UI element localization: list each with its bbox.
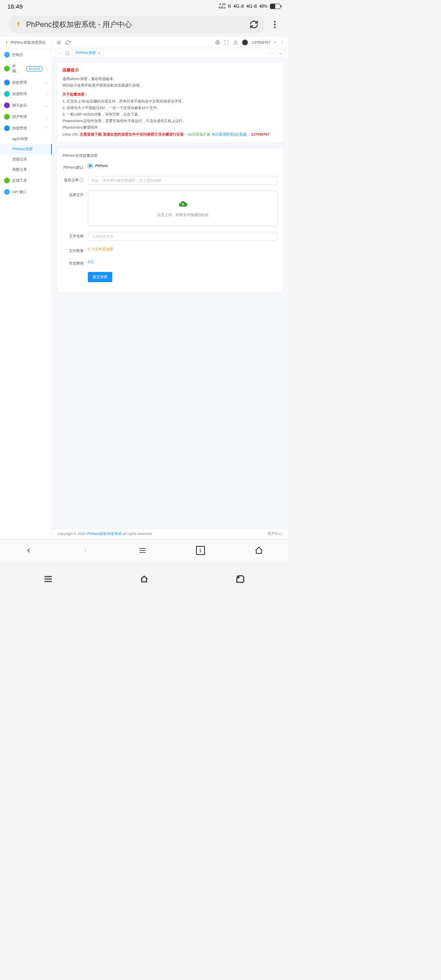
count-label: 文件数量 — [62, 247, 84, 254]
sidebar-subitem-6-3[interactable]: 美图分享 — [0, 165, 52, 175]
sidebar-item-label: 余额： — [12, 63, 22, 74]
cost-value: 0元 — [88, 260, 94, 264]
nav-icon — [4, 80, 10, 85]
radio-phpenc[interactable] — [88, 163, 93, 168]
sidebar: PhPenc授权加密系统 控制台余额：¥218.91⌄授权管理⌄资源管理⌄聊天娱… — [0, 37, 52, 539]
sidebar-logo[interactable]: PhPenc授权加密系统 — [0, 37, 52, 49]
avatar[interactable] — [242, 40, 248, 45]
chevron-up-icon: ⌃ — [45, 127, 48, 130]
sidebar-item-label: 资源管理 — [12, 91, 42, 97]
svg-rect-1 — [234, 42, 237, 44]
sidebar-subitem-6-2[interactable]: 加密记录 — [0, 154, 52, 165]
submit-button[interactable]: 提交加密 — [88, 272, 112, 282]
sidebar-item-label: API 接口 — [12, 189, 48, 195]
upload-dropzone[interactable]: 点击上传，或将文件拖拽到此处 — [88, 191, 278, 226]
info-icon[interactable]: ? — [80, 178, 84, 182]
signal-1: 4G ıll — [234, 4, 244, 9]
sidebar-item-8[interactable]: API 接口 — [0, 186, 52, 198]
username[interactable]: 137558767 — [252, 40, 270, 45]
nav-icon — [4, 52, 10, 58]
chevron-down-icon: ⌄ — [45, 81, 48, 85]
sidebar-item-5[interactable]: 用户管理⌄ — [0, 111, 52, 122]
collapse-icon[interactable] — [56, 40, 61, 45]
refresh-icon[interactable] — [65, 40, 70, 45]
file-label: 选择文件 — [62, 191, 84, 198]
sidebar-item-label: 用户管理 — [12, 114, 42, 120]
tab-next-button[interactable]: › — [268, 49, 276, 57]
sidebar-item-label: 加密管理 — [12, 126, 42, 131]
forward-icon[interactable] — [82, 547, 89, 554]
close-icon[interactable]: × — [98, 51, 100, 55]
globe-icon[interactable] — [215, 40, 220, 45]
copyright-label: 版权注释? — [62, 176, 84, 183]
filename-input[interactable] — [88, 232, 278, 241]
reload-icon[interactable] — [249, 20, 258, 29]
url-pill[interactable]: PhPenc授权加密系统 - 用户中心 — [8, 16, 265, 33]
footer: copyright © 2024 PhPenc授权加密系统 all rights… — [52, 528, 288, 539]
sidebar-item-6[interactable]: 加密管理⌃ — [0, 122, 52, 134]
sidebar-item-2[interactable]: 授权管理⌄ — [0, 77, 52, 88]
sidebar-item-label: 控制台 — [12, 52, 48, 58]
topbar: 137558767 ▾ ⋮ — [52, 37, 288, 48]
notice-line: Phantomenc解密组件 — [62, 124, 278, 131]
notice-line: Phantomenc是组件加密，需要安装组件才能运行，不适合虚拟主机上运行。 — [62, 118, 278, 124]
chevron-down-icon: ⌄ — [45, 92, 48, 96]
back-icon[interactable] — [25, 547, 32, 554]
upload-hint: 点击上传，或将文件拖拽到此处 — [157, 212, 209, 218]
notice-line: 选择phenc加密，兼容所选版本。 — [62, 76, 278, 82]
sidebar-subitem-6-0[interactable]: sg15加密 — [0, 134, 52, 144]
notice-linux: Linux OS: 无需直接下载 直接在您的加密文件中访问按照引导步骤进行安装 … — [62, 131, 278, 138]
tab-prev-button[interactable]: ‹ — [56, 49, 63, 57]
home-icon[interactable] — [139, 574, 149, 584]
recent-apps-icon[interactable] — [43, 574, 53, 584]
menu-icon[interactable] — [138, 546, 147, 555]
rocket-icon — [15, 21, 22, 28]
tab-label: PhPenc加密 — [76, 50, 96, 56]
panel-title: PhPenc在线批量加密 — [62, 153, 278, 158]
tab-phpenc[interactable]: PhPenc加密 × — [72, 49, 104, 57]
home-icon[interactable] — [254, 546, 263, 555]
sidebar-item-1[interactable]: 余额：¥218.91⌄ — [0, 60, 52, 77]
tab-home-button[interactable] — [64, 49, 71, 57]
copyright-input[interactable] — [88, 176, 278, 185]
nav-icon — [4, 91, 10, 97]
fullscreen-icon[interactable] — [224, 40, 229, 45]
roaming-indicator: R — [228, 4, 231, 9]
lock-icon[interactable] — [233, 40, 238, 45]
home-icon — [65, 51, 69, 55]
mode-label: PhPenc默认 — [62, 163, 84, 170]
notice-line: 2. 压缩包大小不能超过2M，一次一个压缩包最多10个文件。 — [62, 105, 278, 111]
nav-icon — [4, 178, 10, 183]
sidebar-subitem-6-1[interactable]: PhPenc加密 — [0, 144, 52, 154]
tab-count-button[interactable]: 1 — [196, 546, 205, 555]
sidebar-item-0[interactable]: 控制台 — [0, 49, 52, 60]
chevron-down-icon: ⌄ — [45, 115, 48, 119]
filename-label: 文件名称 — [62, 232, 84, 239]
status-time: 16:49 — [7, 3, 218, 10]
signal-2: 4G ıll — [246, 4, 257, 9]
sidebar-item-7[interactable]: 反馈工单 — [0, 175, 52, 186]
form-panel: PhPenc在线批量加密 PhPenc默认 PhPenc 版权注释? 选择文件 — [56, 148, 284, 293]
sidebar-item-4[interactable]: 聊天娱乐⌄ — [0, 100, 52, 111]
chevron-down-icon[interactable]: ▾ — [274, 40, 276, 44]
tab-dropdown-button[interactable]: ⌄ — [277, 49, 285, 57]
nav-icon — [4, 102, 10, 108]
notice-line: 1. 仅支持上传zip后缀的压缩文件，所有目录不能包含中文和其他非法字符。 — [62, 98, 278, 105]
count-value: 0 个文件需加密 — [88, 247, 113, 251]
nav-icon — [4, 66, 10, 71]
net-speed: 4.20 KB/s — [218, 3, 225, 9]
more-icon[interactable]: ⋮ — [280, 40, 284, 45]
notice-line: 特别提示使用手机用户请用谷歌浏览器进行加密。 — [62, 82, 278, 89]
browser-menu-icon[interactable] — [270, 21, 280, 28]
copyright: copyright © 2024 PhPenc授权加密系统 all rights… — [58, 531, 153, 537]
back-icon[interactable] — [235, 574, 245, 584]
phone-status-bar: 16:49 4.20 KB/s R 4G ıll 4G ıll 48% — [0, 0, 288, 12]
battery-pct: 48% — [259, 4, 267, 9]
footer-link[interactable]: PhPenc授权加密系统 — [87, 532, 122, 536]
footer-right[interactable]: 用户中心 — [267, 531, 282, 537]
sidebar-item-3[interactable]: 资源管理⌄ — [0, 88, 52, 100]
page-title: PhPenc授权加密系统 - 用户中心 — [26, 20, 245, 29]
notice-batch-title: 关于批量加密： — [62, 91, 278, 98]
balance-badge: ¥218.91 — [27, 66, 42, 71]
notice-box: 温馨提示 选择phenc加密，兼容所选版本。 特别提示使用手机用户请用谷歌浏览器… — [56, 62, 284, 143]
